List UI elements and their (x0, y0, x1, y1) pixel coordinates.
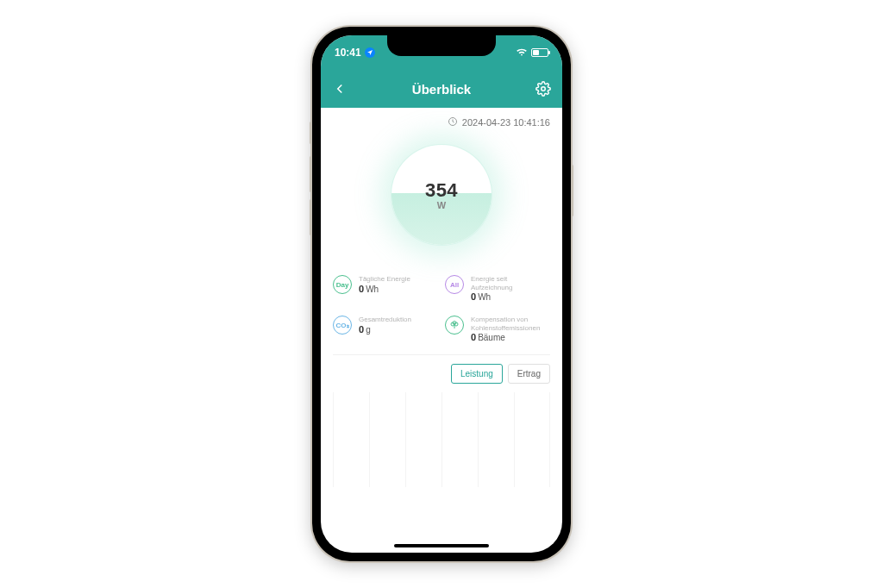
location-icon (365, 47, 375, 58)
power-gauge: 354 W (391, 144, 492, 246)
stat-value: 0 (471, 291, 476, 302)
stat-label: Gesamtreduktion (359, 316, 411, 324)
tab-ertrag[interactable]: Ertrag (508, 364, 550, 384)
chart-gridline (369, 392, 405, 487)
timestamp-text: 2024-04-23 10:41:16 (462, 117, 550, 128)
phone-frame: 10:41 Überblick (312, 27, 571, 561)
day-icon: Day (333, 275, 352, 294)
tree-icon (445, 316, 464, 335)
power-gauge-wrap: 354 W (321, 132, 562, 261)
chart-gridline (514, 392, 550, 487)
back-button[interactable] (331, 80, 348, 97)
wifi-icon (516, 47, 528, 59)
chart-area (333, 392, 550, 487)
stat-unit: g (366, 325, 371, 335)
stat-label: Tägliche Energie (359, 275, 410, 284)
page-title: Überblick (412, 82, 471, 97)
status-time: 10:41 (335, 47, 361, 59)
battery-icon (531, 48, 548, 57)
stat-co2-reduction: CO₂ Gesamtreduktion 0 g (333, 312, 438, 346)
stat-value: 0 (359, 324, 364, 335)
co2-icon: CO₂ (333, 316, 352, 335)
volume-down (310, 199, 312, 235)
clock-icon (448, 116, 458, 128)
svg-point-0 (542, 87, 546, 91)
mute-switch (310, 122, 312, 144)
notch (387, 35, 496, 56)
chart-gridline (405, 392, 442, 487)
all-icon: All (445, 275, 464, 294)
chart-gridline (478, 392, 514, 487)
content: 2024-04-23 10:41:16 354 W Day Tägliche E… (321, 108, 562, 487)
stat-daily-energy: Day Tägliche Energie 0 Wh (333, 272, 438, 305)
stat-unit: Wh (366, 285, 379, 294)
power-value: 354 (425, 179, 458, 202)
tab-leistung[interactable]: Leistung (451, 364, 503, 384)
home-indicator[interactable] (394, 544, 489, 547)
volume-up (310, 156, 312, 192)
chart-tabs: Leistung Ertrag (321, 355, 562, 389)
app-header: Überblick (321, 70, 562, 108)
stat-label: Kompensation von Kohlenstoffemissionen (471, 316, 550, 332)
screen: 10:41 Überblick (321, 35, 562, 553)
stat-unit: Bäume (478, 333, 505, 342)
power-unit: W (437, 200, 446, 210)
stat-value: 0 (471, 332, 476, 342)
timestamp-row: 2024-04-23 10:41:16 (321, 108, 562, 132)
settings-button[interactable] (535, 80, 552, 97)
stat-value: 0 (359, 284, 364, 294)
chart-gridline (442, 392, 478, 487)
stat-label: Energie seit Aufzeichnung (471, 275, 550, 291)
stats-grid: Day Tägliche Energie 0 Wh All Energie se… (321, 261, 562, 353)
stat-total-energy: All Energie seit Aufzeichnung 0 Wh (445, 272, 550, 305)
chart-gridline (333, 392, 369, 487)
stat-unit: Wh (478, 292, 491, 302)
stat-trees: Kompensation von Kohlenstoffemissionen 0… (445, 312, 550, 346)
power-button (571, 165, 573, 216)
